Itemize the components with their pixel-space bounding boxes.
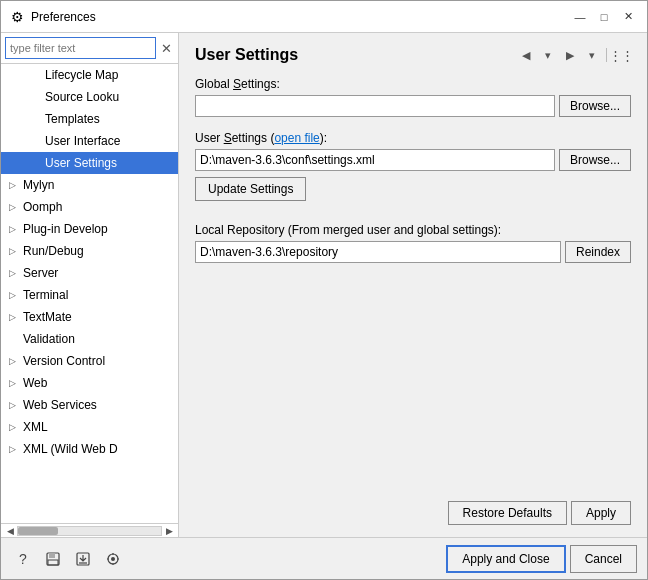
scroll-left-arrow[interactable]: ◀ bbox=[3, 526, 17, 536]
user-settings-input[interactable] bbox=[195, 149, 555, 171]
arrow-icon: ▷ bbox=[9, 312, 23, 322]
sidebar-item-server[interactable]: ▷ Server bbox=[1, 262, 178, 284]
nav-back-button[interactable]: ◀ bbox=[516, 45, 536, 65]
sidebar-item-label: TextMate bbox=[23, 310, 72, 324]
arrow-icon: ▷ bbox=[9, 356, 23, 366]
spacer bbox=[195, 263, 631, 493]
sidebar-item-source-lookup[interactable]: Source Looku bbox=[1, 86, 178, 108]
sidebar-item-label: Web Services bbox=[23, 398, 97, 412]
close-button[interactable]: ✕ bbox=[617, 6, 639, 28]
horizontal-scrollbar[interactable] bbox=[17, 526, 162, 536]
filter-input[interactable] bbox=[5, 37, 156, 59]
user-settings-row: Browse... bbox=[195, 149, 631, 171]
global-settings-input[interactable] bbox=[195, 95, 555, 117]
sidebar-item-label: Lifecycle Map bbox=[45, 68, 118, 82]
arrow-icon: ▷ bbox=[9, 268, 23, 278]
sidebar-item-plug-in-develop[interactable]: ▷ Plug-in Develop bbox=[1, 218, 178, 240]
scroll-thumb bbox=[18, 527, 58, 535]
nav-back-dropdown[interactable]: ▾ bbox=[538, 45, 558, 65]
user-settings-browse-button[interactable]: Browse... bbox=[559, 149, 631, 171]
sidebar-item-textmate[interactable]: ▷ TextMate bbox=[1, 306, 178, 328]
arrow-icon: ▷ bbox=[9, 400, 23, 410]
minimize-button[interactable]: — bbox=[569, 6, 591, 28]
sidebar-item-label: Source Looku bbox=[45, 90, 119, 104]
open-file-link[interactable]: open file bbox=[274, 131, 319, 145]
sidebar-item-web-services[interactable]: ▷ Web Services bbox=[1, 394, 178, 416]
arrow-icon: ▷ bbox=[9, 290, 23, 300]
sidebar-item-label: Validation bbox=[23, 332, 75, 346]
svg-rect-2 bbox=[48, 560, 58, 565]
sidebar-item-terminal[interactable]: ▷ Terminal bbox=[1, 284, 178, 306]
sidebar-item-user-interface[interactable]: User Interface bbox=[1, 130, 178, 152]
arrow-icon: ▷ bbox=[9, 378, 23, 388]
sidebar-item-user-settings[interactable]: User Settings bbox=[1, 152, 178, 174]
arrow-icon: ▷ bbox=[9, 202, 23, 212]
global-settings-row: Browse... bbox=[195, 95, 631, 117]
update-settings-button[interactable]: Update Settings bbox=[195, 177, 306, 201]
sidebar-item-label: Server bbox=[23, 266, 58, 280]
export-icon-button[interactable] bbox=[71, 547, 95, 571]
arrow-icon: ▷ bbox=[9, 224, 23, 234]
sidebar-item-label: Terminal bbox=[23, 288, 68, 302]
content-area: ✕ Lifecycle Map Source Looku Templates bbox=[1, 33, 647, 537]
filter-box: ✕ bbox=[1, 33, 178, 64]
footer-icons: ? bbox=[11, 547, 446, 571]
local-repo-label: Local Repository (From merged user and g… bbox=[195, 223, 631, 237]
panel-nav: ◀ ▾ ▶ ▾ ⋮⋮ bbox=[516, 45, 631, 65]
preferences-window: ⚙ Preferences — □ ✕ ✕ Lifecycle Map Sour… bbox=[0, 0, 648, 580]
app-icon: ⚙ bbox=[9, 9, 25, 25]
sidebar-item-xml-wild-web[interactable]: ▷ XML (Wild Web D bbox=[1, 438, 178, 460]
local-repo-section: Local Repository (From merged user and g… bbox=[195, 223, 631, 263]
reindex-button[interactable]: Reindex bbox=[565, 241, 631, 263]
sidebar-item-lifecycle-map[interactable]: Lifecycle Map bbox=[1, 64, 178, 86]
cancel-button[interactable]: Cancel bbox=[570, 545, 637, 573]
sidebar-item-label: User Interface bbox=[45, 134, 120, 148]
sidebar: ✕ Lifecycle Map Source Looku Templates bbox=[1, 33, 179, 537]
apply-and-close-button[interactable]: Apply and Close bbox=[446, 545, 565, 573]
local-repo-row: Reindex bbox=[195, 241, 631, 263]
sidebar-item-templates[interactable]: Templates bbox=[1, 108, 178, 130]
help-icon-button[interactable]: ? bbox=[11, 547, 35, 571]
sidebar-item-validation[interactable]: Validation bbox=[1, 328, 178, 350]
window-controls: — □ ✕ bbox=[569, 6, 639, 28]
global-settings-browse-button[interactable]: Browse... bbox=[559, 95, 631, 117]
sidebar-item-label: Web bbox=[23, 376, 47, 390]
arrow-icon: ▷ bbox=[9, 444, 23, 454]
sidebar-footer: ◀ ▶ bbox=[1, 523, 178, 537]
sidebar-item-oomph[interactable]: ▷ Oomph bbox=[1, 196, 178, 218]
user-settings-section: User Settings (open file): Browse... Upd… bbox=[195, 131, 631, 201]
sidebar-item-label: Run/Debug bbox=[23, 244, 84, 258]
target-icon-button[interactable] bbox=[101, 547, 125, 571]
user-settings-label: User Settings (open file): bbox=[195, 131, 631, 145]
main-panel: User Settings ◀ ▾ ▶ ▾ ⋮⋮ Global Settings… bbox=[179, 33, 647, 537]
sidebar-item-label: Oomph bbox=[23, 200, 62, 214]
apply-button[interactable]: Apply bbox=[571, 501, 631, 525]
svg-point-6 bbox=[111, 557, 115, 561]
maximize-button[interactable]: □ bbox=[593, 6, 615, 28]
sidebar-item-label: Mylyn bbox=[23, 178, 54, 192]
local-repo-input[interactable] bbox=[195, 241, 561, 263]
nav-forward-dropdown[interactable]: ▾ bbox=[582, 45, 602, 65]
nav-menu-button[interactable]: ⋮⋮ bbox=[611, 45, 631, 65]
sidebar-item-label: XML bbox=[23, 420, 48, 434]
sidebar-item-xml[interactable]: ▷ XML bbox=[1, 416, 178, 438]
footer: ? bbox=[1, 537, 647, 579]
save-icon-button[interactable] bbox=[41, 547, 65, 571]
global-settings-label: Global Settings: bbox=[195, 77, 631, 91]
footer-actions: Apply and Close Cancel bbox=[446, 545, 637, 573]
sidebar-item-label: XML (Wild Web D bbox=[23, 442, 118, 456]
nav-forward-button[interactable]: ▶ bbox=[560, 45, 580, 65]
sidebar-item-run-debug[interactable]: ▷ Run/Debug bbox=[1, 240, 178, 262]
arrow-icon: ▷ bbox=[9, 246, 23, 256]
titlebar: ⚙ Preferences — □ ✕ bbox=[1, 1, 647, 33]
scroll-right-arrow[interactable]: ▶ bbox=[162, 526, 176, 536]
sidebar-item-web[interactable]: ▷ Web bbox=[1, 372, 178, 394]
panel-bottom-buttons: Restore Defaults Apply bbox=[195, 493, 631, 525]
sidebar-item-mylyn[interactable]: ▷ Mylyn bbox=[1, 174, 178, 196]
filter-clear-button[interactable]: ✕ bbox=[158, 40, 174, 56]
restore-defaults-button[interactable]: Restore Defaults bbox=[448, 501, 567, 525]
sidebar-item-label: Plug-in Develop bbox=[23, 222, 108, 236]
sidebar-item-version-control[interactable]: ▷ Version Control bbox=[1, 350, 178, 372]
panel-title: User Settings bbox=[195, 46, 298, 64]
sidebar-item-label: Templates bbox=[45, 112, 100, 126]
